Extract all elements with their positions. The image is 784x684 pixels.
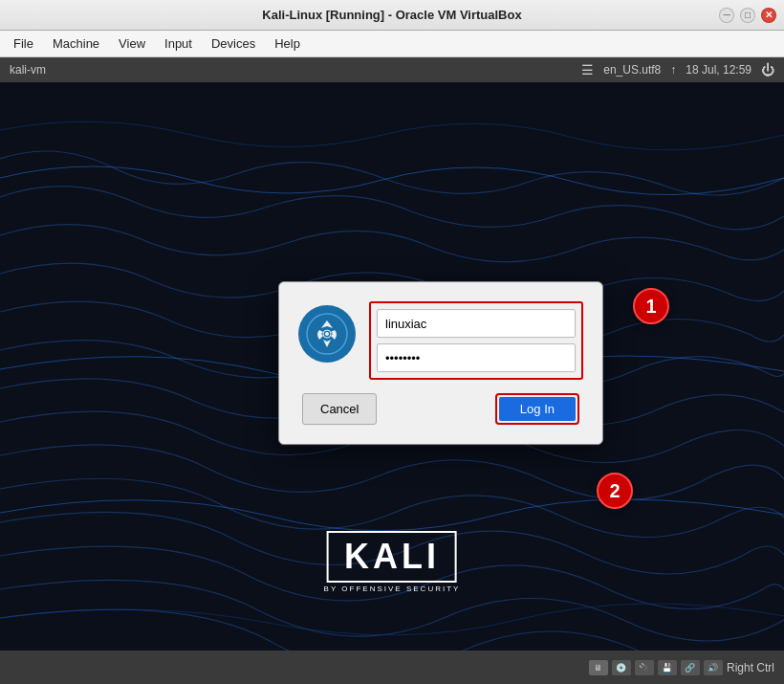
svg-point-3 [325, 332, 329, 336]
form-fields [369, 301, 583, 380]
vm-content[interactable]: Cancel Log In 1 2 KALI BY OFFENSIVE SECU… [0, 82, 784, 651]
hdd-icon: 💾 [658, 660, 677, 675]
locale-label: en_US.utf8 [603, 63, 661, 77]
window-title: Kali-Linux [Running] - Oracle VM Virtual… [262, 8, 521, 22]
kali-name: KALI [344, 537, 440, 577]
maximize-button[interactable]: □ [740, 8, 755, 23]
kali-subtitle: BY OFFENSIVE SECURITY [324, 585, 461, 593]
hamburger-icon: ☰ [581, 62, 594, 77]
username-input[interactable] [377, 309, 576, 338]
kali-brand: KALI BY OFFENSIVE SECURITY [324, 531, 461, 593]
kali-logo [298, 305, 356, 363]
usb-icon: 🔌 [635, 660, 654, 675]
title-bar: Kali-Linux [Running] - Oracle VM Virtual… [0, 0, 784, 31]
power-icon: ⏻ [761, 62, 774, 77]
network-icon: ↑ [670, 63, 676, 77]
kali-logo-box: KALI [327, 531, 457, 583]
menu-devices[interactable]: Devices [204, 33, 263, 54]
menu-view[interactable]: View [111, 33, 153, 54]
menu-help[interactable]: Help [267, 33, 308, 54]
menu-file[interactable]: File [6, 33, 41, 54]
display-icon: 🖥 [589, 660, 608, 675]
datetime-label: 18 Jul, 12:59 [686, 63, 751, 77]
cd-icon: 💿 [612, 660, 631, 675]
vm-status-bar: kali-vm ☰ en_US.utf8 ↑ 18 Jul, 12:59 ⏻ [0, 57, 784, 82]
right-ctrl-label: Right Ctrl [727, 661, 774, 674]
menu-bar: File Machine View Input Devices Help [0, 31, 784, 57]
annotation-2: 2 [597, 473, 633, 509]
audio-icon: 🔊 [704, 660, 723, 675]
login-dialog: Cancel Log In [278, 281, 603, 445]
login-btn-wrapper: Log In [495, 393, 579, 425]
menu-input[interactable]: Input [157, 33, 200, 54]
menu-machine[interactable]: Machine [45, 33, 107, 54]
minimize-button[interactable]: ─ [719, 8, 734, 23]
window-controls[interactable]: ─ □ ✕ [719, 8, 776, 23]
vm-status-right: ☰ en_US.utf8 ↑ 18 Jul, 12:59 ⏻ [581, 62, 774, 77]
vm-hostname: kali-vm [10, 63, 46, 77]
network-icon: 🔗 [681, 660, 700, 675]
bottom-bar: 🖥 💿 🔌 💾 🔗 🔊 Right Ctrl [0, 651, 784, 684]
cancel-button[interactable]: Cancel [302, 393, 377, 425]
dialog-main [298, 301, 583, 380]
dialog-buttons: Cancel Log In [298, 393, 583, 425]
password-input[interactable] [377, 343, 576, 372]
annotation-1: 1 [633, 288, 669, 324]
close-button[interactable]: ✕ [761, 8, 776, 23]
login-button[interactable]: Log In [499, 397, 576, 421]
